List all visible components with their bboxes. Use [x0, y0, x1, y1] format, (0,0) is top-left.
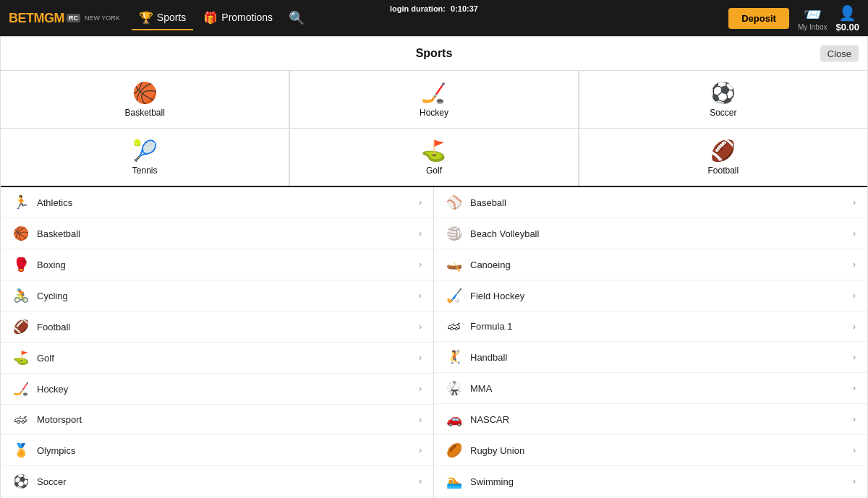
- logo-text: BETMGM: [9, 11, 64, 26]
- nav-sports[interactable]: 🏆 Sports: [132, 7, 193, 30]
- sport-list-item-cycling[interactable]: 🚴 Cycling ›: [1, 280, 433, 312]
- sport-item-left: 🏎 Formula 1: [446, 319, 513, 334]
- featured-sport-basketball[interactable]: 🏀 Basketball: [1, 71, 289, 128]
- sport-label: Motorsport: [37, 414, 82, 425]
- sport-item-left: ⛳ Golf: [12, 350, 54, 366]
- sport-item-left: 🚗 NASCAR: [446, 411, 509, 427]
- soccer-icon: ⚽: [12, 473, 30, 489]
- featured-sport-tennis[interactable]: 🎾 Tennis: [1, 129, 289, 186]
- featured-sport-hockey[interactable]: 🏒 Hockey: [289, 71, 578, 128]
- expand-arrow: ›: [419, 291, 422, 301]
- balance-area[interactable]: 👤 $0.00: [835, 4, 859, 33]
- right-actions: Deposit 📨 My Inbox 👤 $0.00: [728, 4, 859, 33]
- rc-badge: RC: [67, 14, 80, 22]
- golf-icon: ⛳: [12, 350, 30, 366]
- expand-arrow: ›: [853, 476, 856, 486]
- sport-label: Olympics: [37, 445, 75, 456]
- sport-list-item-soccer[interactable]: ⚽ Soccer ›: [1, 466, 433, 497]
- sport-list-item-nascar[interactable]: 🚗 NASCAR ›: [434, 404, 867, 435]
- expand-arrow: ›: [853, 291, 856, 301]
- expand-arrow: ›: [853, 228, 856, 239]
- featured-tennis-label: Tennis: [132, 166, 158, 176]
- sport-list-item-formula1[interactable]: 🏎 Formula 1 ›: [434, 312, 867, 342]
- sport-label: Rugby Union: [470, 445, 524, 456]
- sport-list-item-olympics[interactable]: 🏅 Olympics ›: [1, 435, 433, 466]
- baseball-icon: ⚾: [446, 194, 463, 210]
- sport-list-item-canoeing[interactable]: 🛶 Canoeing ›: [434, 249, 867, 280]
- balance-amount: $0.00: [835, 22, 859, 33]
- sport-list-item-hockey[interactable]: 🏒 Hockey ›: [1, 374, 433, 405]
- logo-area[interactable]: BETMGM RC NEW YORK: [9, 11, 120, 26]
- featured-golf-label: Golf: [426, 166, 442, 176]
- sport-list-item-mma[interactable]: 🥋 MMA ›: [434, 373, 867, 404]
- sport-label: Hockey: [37, 384, 68, 395]
- expand-arrow: ›: [419, 228, 422, 239]
- sport-item-left: 🏈 Football: [12, 319, 70, 335]
- sports-right-column: ⚾ Baseball › 🏐 Beach Volleyball › 🛶 Cano…: [434, 187, 867, 498]
- inbox-area[interactable]: 📨 My Inbox: [798, 6, 827, 31]
- sport-list-item-athletics[interactable]: 🏃 Athletics ›: [1, 187, 433, 218]
- featured-basketball-label: Basketball: [124, 108, 164, 118]
- sport-label: Formula 1: [470, 321, 513, 332]
- expand-arrow: ›: [419, 415, 422, 425]
- handball-icon: 🤾: [446, 349, 463, 365]
- deposit-button[interactable]: Deposit: [728, 8, 789, 29]
- sport-list-item-field-hockey[interactable]: 🏑 Field Hockey ›: [434, 280, 867, 312]
- sport-label: Beach Volleyball: [470, 228, 539, 239]
- basketball-icon: 🏀: [12, 226, 30, 241]
- cycling-icon: 🚴: [12, 288, 30, 304]
- inbox-icon: 📨: [804, 6, 822, 23]
- mma-icon: 🥋: [446, 380, 463, 396]
- hockey-icon: 🏒: [12, 381, 30, 397]
- canoeing-icon: 🛶: [446, 257, 463, 272]
- featured-sport-golf[interactable]: ⛳ Golf: [289, 129, 578, 186]
- field-hockey-icon: 🏑: [446, 288, 463, 304]
- expand-arrow: ›: [853, 352, 856, 362]
- expand-arrow: ›: [419, 259, 422, 270]
- featured-sport-football[interactable]: 🏈 Football: [579, 129, 867, 186]
- sport-label: Baseball: [470, 197, 506, 208]
- sports-lists: 🏃 Athletics › 🏀 Basketball › 🥊 Boxing › …: [1, 187, 867, 498]
- featured-sport-soccer[interactable]: ⚽ Soccer: [579, 71, 867, 128]
- sport-item-left: ⚽ Soccer: [12, 473, 66, 489]
- sport-list-item-swimming[interactable]: 🏊 Swimming ›: [434, 466, 867, 497]
- olympics-icon: 🏅: [12, 442, 30, 458]
- nav-promotions-label: Promotions: [221, 12, 273, 23]
- sport-item-left: 🤾 Handball: [446, 349, 507, 365]
- sport-list-item-golf[interactable]: ⛳ Golf ›: [1, 343, 433, 374]
- login-duration: login duration: 0:10:37: [390, 4, 478, 13]
- featured-football-label: Football: [707, 166, 739, 176]
- sport-item-left: 🏅 Olympics: [12, 442, 75, 458]
- close-button[interactable]: Close: [820, 46, 859, 62]
- sport-list-item-basketball[interactable]: 🏀 Basketball ›: [1, 218, 433, 249]
- sport-list-item-beach-volleyball[interactable]: 🏐 Beach Volleyball ›: [434, 218, 867, 249]
- sport-list-item-baseball[interactable]: ⚾ Baseball ›: [434, 187, 867, 218]
- football-icon: 🏈: [12, 319, 30, 335]
- sport-label: NASCAR: [470, 414, 509, 425]
- sport-list-item-football[interactable]: 🏈 Football ›: [1, 312, 433, 343]
- inbox-label: My Inbox: [798, 23, 827, 31]
- person-icon: 👤: [838, 4, 856, 22]
- sport-list-item-rugby-union[interactable]: 🏉 Rugby Union ›: [434, 435, 867, 466]
- sport-label: Canoeing: [470, 259, 511, 270]
- expand-arrow: ›: [419, 384, 422, 394]
- sport-item-left: 🏑 Field Hockey: [446, 288, 524, 304]
- promotions-nav-icon: 🎁: [203, 11, 218, 25]
- hockey-icon: 🏒: [421, 81, 446, 105]
- sport-label: Cycling: [37, 291, 68, 301]
- sports-left-column: 🏃 Athletics › 🏀 Basketball › 🥊 Boxing › …: [1, 187, 434, 498]
- expand-arrow: ›: [853, 259, 856, 270]
- sport-item-left: 🏒 Hockey: [12, 381, 68, 397]
- rugby-union-icon: 🏉: [446, 442, 463, 458]
- expand-arrow: ›: [419, 476, 422, 486]
- sport-list-item-handball[interactable]: 🤾 Handball ›: [434, 342, 867, 373]
- basketball-icon: 🏀: [132, 81, 158, 105]
- expand-arrow: ›: [419, 322, 422, 332]
- sport-label: Basketball: [37, 228, 80, 239]
- expand-arrow: ›: [853, 445, 856, 455]
- beach-volleyball-icon: 🏐: [446, 226, 463, 241]
- nav-promotions[interactable]: 🎁 Promotions: [196, 7, 280, 30]
- sport-list-item-boxing[interactable]: 🥊 Boxing ›: [1, 249, 433, 280]
- search-button[interactable]: 🔍: [284, 6, 309, 30]
- sport-list-item-motorsport[interactable]: 🏎 Motorsport ›: [1, 405, 433, 435]
